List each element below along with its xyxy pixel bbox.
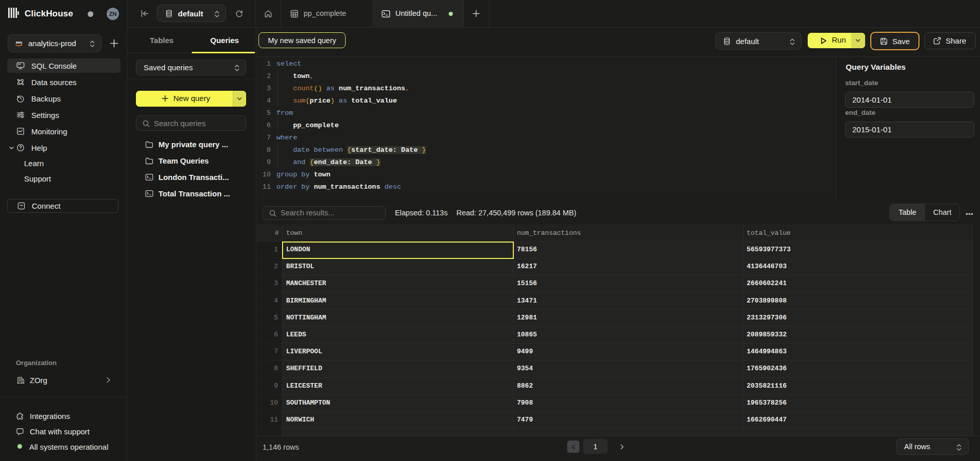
svg-text:aws: aws (16, 41, 23, 45)
